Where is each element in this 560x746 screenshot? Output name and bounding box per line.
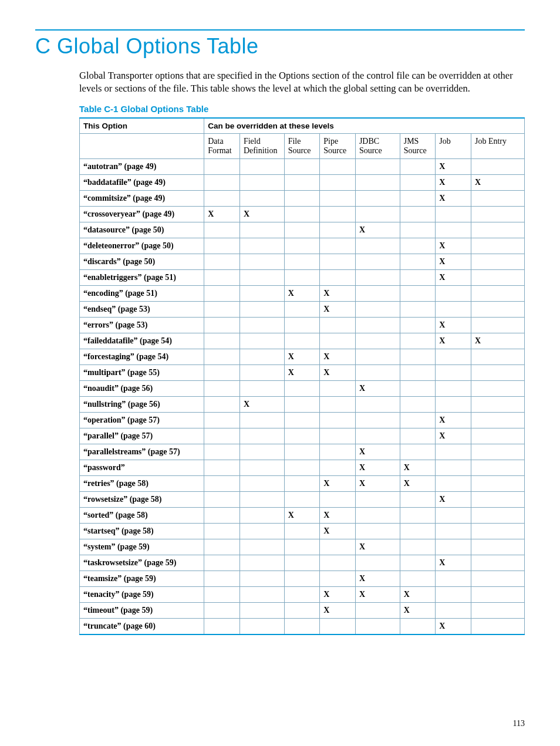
option-level-cell (355, 254, 400, 269)
option-level-cell (204, 333, 240, 349)
th-col-7: Job Entry (471, 133, 524, 158)
option-name-cell: “tenacity” (page 59) (80, 586, 204, 602)
option-level-cell: X (320, 586, 356, 602)
option-name-cell: “multipart” (page 55) (80, 364, 204, 380)
option-level-cell (400, 174, 436, 190)
th-col-4: JDBC Source (355, 133, 400, 158)
option-level-cell (471, 285, 524, 301)
option-level-cell (284, 222, 320, 238)
option-level-cell (284, 333, 320, 349)
option-level-cell (471, 602, 524, 618)
option-level-cell: X (436, 317, 471, 333)
option-level-cell (239, 349, 284, 364)
option-level-cell (320, 444, 356, 460)
option-level-cell (471, 523, 524, 539)
option-level-cell (436, 539, 471, 555)
option-level-cell (320, 571, 356, 586)
global-options-table: This Option Can be overridden at these l… (79, 117, 525, 635)
option-level-cell (239, 412, 284, 428)
option-level-cell (239, 475, 284, 491)
page-number: 113 (513, 719, 525, 728)
option-level-cell (436, 460, 471, 475)
option-level-cell (355, 317, 400, 333)
option-level-cell (471, 158, 524, 174)
table-row: “multipart” (page 55)XX (80, 364, 525, 380)
option-name-cell: “encoding” (page 51) (80, 285, 204, 301)
option-level-cell (239, 491, 284, 507)
option-level-cell (436, 396, 471, 412)
option-level-cell (204, 428, 240, 444)
option-level-cell (239, 555, 284, 571)
option-level-cell (320, 460, 356, 475)
option-level-cell (355, 618, 400, 634)
option-level-cell: X (471, 174, 524, 190)
option-level-cell: X (239, 206, 284, 222)
option-level-cell: X (436, 190, 471, 206)
table-row: “timeout” (page 59)XX (80, 602, 525, 618)
table-row: “datasource” (page 50)X (80, 222, 525, 238)
appendix-title: C Global Options Table (35, 34, 525, 59)
option-level-cell: X (436, 269, 471, 285)
option-name-cell: “retries” (page 58) (80, 475, 204, 491)
option-name-cell: “faileddatafile” (page 54) (80, 333, 204, 349)
th-col-2: File Source (284, 133, 320, 158)
table-row: “tenacity” (page 59)XXX (80, 586, 525, 602)
option-level-cell: X (239, 396, 284, 412)
option-level-cell (320, 555, 356, 571)
option-level-cell (320, 222, 356, 238)
option-level-cell (355, 396, 400, 412)
option-level-cell (471, 206, 524, 222)
option-level-cell (239, 507, 284, 523)
option-level-cell (204, 380, 240, 396)
table-row: “faileddatafile” (page 54)XX (80, 333, 525, 349)
option-level-cell: X (355, 460, 400, 475)
option-level-cell (204, 158, 240, 174)
option-level-cell (284, 254, 320, 269)
option-name-cell: “timeout” (page 59) (80, 602, 204, 618)
option-level-cell (204, 222, 240, 238)
option-level-cell (355, 412, 400, 428)
option-level-cell (400, 254, 436, 269)
option-level-cell (400, 571, 436, 586)
option-level-cell (239, 571, 284, 586)
option-level-cell (204, 190, 240, 206)
option-level-cell (204, 523, 240, 539)
option-level-cell (204, 444, 240, 460)
option-level-cell (204, 571, 240, 586)
option-level-cell (436, 475, 471, 491)
option-name-cell: “parallel” (page 57) (80, 428, 204, 444)
option-level-cell (320, 491, 356, 507)
option-level-cell (471, 428, 524, 444)
option-level-cell (471, 396, 524, 412)
th-col-1: Field Definition (239, 133, 284, 158)
option-name-cell: “noaudit” (page 56) (80, 380, 204, 396)
option-name-cell: “rowsetsize” (page 58) (80, 491, 204, 507)
option-name-cell: “teamsize” (page 59) (80, 571, 204, 586)
option-level-cell (284, 444, 320, 460)
option-level-cell (400, 301, 436, 317)
option-level-cell (400, 396, 436, 412)
option-level-cell (204, 507, 240, 523)
table-row: “teamsize” (page 59)X (80, 571, 525, 586)
option-level-cell (239, 174, 284, 190)
option-level-cell (400, 618, 436, 634)
option-level-cell: X (284, 349, 320, 364)
option-level-cell: X (436, 333, 471, 349)
top-rule (35, 29, 525, 31)
option-level-cell: X (436, 238, 471, 254)
option-level-cell: X (320, 475, 356, 491)
table-row: “errors” (page 53)X (80, 317, 525, 333)
option-level-cell (239, 364, 284, 380)
option-level-cell (355, 285, 400, 301)
option-level-cell: X (355, 571, 400, 586)
th-col-3: Pipe Source (320, 133, 356, 158)
option-level-cell (204, 285, 240, 301)
option-level-cell (400, 333, 436, 349)
option-name-cell: “autotran” (page 49) (80, 158, 204, 174)
option-level-cell (320, 206, 356, 222)
th-this-option: This Option (80, 118, 204, 134)
table-row: “noaudit” (page 56)X (80, 380, 525, 396)
option-level-cell (400, 555, 436, 571)
option-level-cell: X (284, 285, 320, 301)
option-level-cell (320, 428, 356, 444)
